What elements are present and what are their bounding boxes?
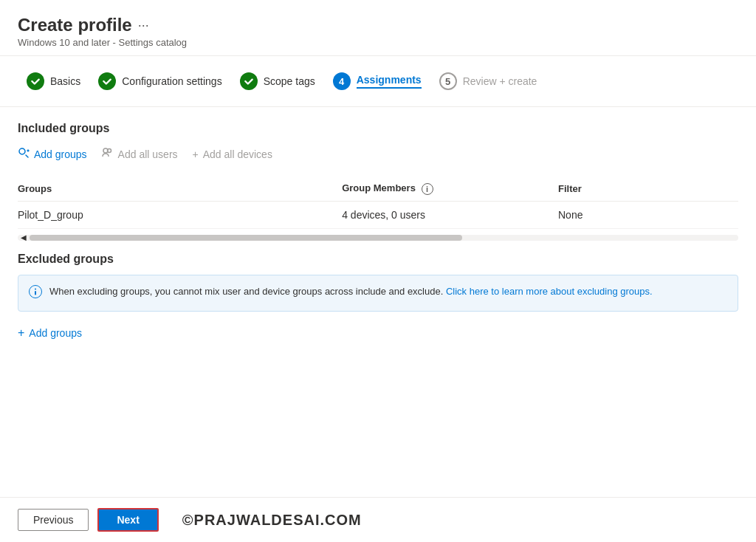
horizontal-scrollbar[interactable]: ◀ xyxy=(18,235,738,241)
step-configuration[interactable]: Configuration settings xyxy=(89,68,230,95)
page-wrapper: Create profile ··· Windows 10 and later … xyxy=(0,0,756,542)
excluded-add-groups-label: Add groups xyxy=(29,327,82,339)
add-all-users-icon xyxy=(102,147,114,162)
scroll-thumb[interactable] xyxy=(30,235,462,241)
info-banner-text: When excluding groups, you cannot mix us… xyxy=(49,284,653,299)
add-groups-icon xyxy=(18,147,30,162)
next-button[interactable]: Next xyxy=(97,508,158,532)
step-basics-label: Basics xyxy=(50,75,80,87)
group-members: 4 devices, 0 users xyxy=(342,201,558,228)
excluded-groups-learn-more-link[interactable]: Click here to learn more about excluding… xyxy=(446,286,653,297)
excluded-groups-info-banner: When excluding groups, you cannot mix us… xyxy=(18,275,738,312)
add-groups-button[interactable]: Add groups xyxy=(18,144,87,165)
previous-button[interactable]: Previous xyxy=(18,509,89,531)
page-footer: Previous Next ©PRAJWALDESAI.COM xyxy=(0,497,756,542)
wizard-steps: Basics Configuration settings Scope tags… xyxy=(0,56,756,107)
step-configuration-icon xyxy=(98,72,116,90)
svg-point-0 xyxy=(19,148,25,154)
page-header: Create profile ··· Windows 10 and later … xyxy=(0,0,756,56)
group-filter: None xyxy=(558,201,738,228)
add-all-devices-button[interactable]: + Add all devices xyxy=(193,145,272,163)
col-header-members: Group Members i xyxy=(342,176,558,201)
add-all-devices-label: Add all devices xyxy=(203,148,272,160)
add-all-devices-icon: + xyxy=(193,148,199,160)
add-groups-label: Add groups xyxy=(34,148,87,160)
included-groups-title: Included groups xyxy=(18,122,738,135)
scroll-left-arrow[interactable]: ◀ xyxy=(18,235,30,241)
step-basics-icon xyxy=(27,72,44,90)
excluded-add-groups-plus-icon: + xyxy=(18,326,24,340)
step-scope-icon xyxy=(240,72,258,90)
col-header-groups: Groups xyxy=(18,176,342,201)
page-subtitle: Windows 10 and later - Settings catalog xyxy=(18,37,738,48)
watermark: ©PRAJWALDESAI.COM xyxy=(182,512,362,529)
add-all-users-label: Add all users xyxy=(118,148,178,160)
more-options-icon[interactable]: ··· xyxy=(138,18,149,33)
svg-rect-5 xyxy=(35,291,36,295)
svg-point-4 xyxy=(35,288,36,289)
step-scope-label: Scope tags xyxy=(264,75,315,87)
main-content: Included groups Add groups xyxy=(0,107,756,497)
excluded-add-groups-button[interactable]: + Add groups xyxy=(18,323,82,343)
group-name: Pilot_D_group xyxy=(18,201,342,228)
groups-table: Groups Group Members i Filter Pilot_D_gr… xyxy=(18,176,738,229)
step-assignments-label: Assignments xyxy=(357,74,422,89)
svg-point-2 xyxy=(107,149,111,153)
add-all-users-button[interactable]: Add all users xyxy=(102,144,178,165)
step-assignments-icon: 4 xyxy=(333,72,351,90)
step-review-icon: 5 xyxy=(439,72,457,90)
table-row: Pilot_D_group 4 devices, 0 users None xyxy=(18,201,738,228)
step-review-label: Review + create xyxy=(463,75,537,87)
members-info-icon[interactable]: i xyxy=(422,183,433,195)
excluded-groups-section: Excluded groups When excluding groups, y… xyxy=(18,253,738,343)
info-banner-icon xyxy=(29,285,42,302)
step-review[interactable]: 5 Review + create xyxy=(430,68,546,95)
step-assignments[interactable]: 4 Assignments xyxy=(324,68,430,95)
excluded-groups-title: Excluded groups xyxy=(18,253,738,266)
step-configuration-label: Configuration settings xyxy=(122,75,221,87)
col-header-filter: Filter xyxy=(558,176,738,201)
step-scope[interactable]: Scope tags xyxy=(231,68,324,95)
page-title: Create profile xyxy=(18,15,132,35)
step-basics[interactable]: Basics xyxy=(18,68,89,95)
included-action-row: Add groups Add all users + Add all devic… xyxy=(18,144,738,165)
